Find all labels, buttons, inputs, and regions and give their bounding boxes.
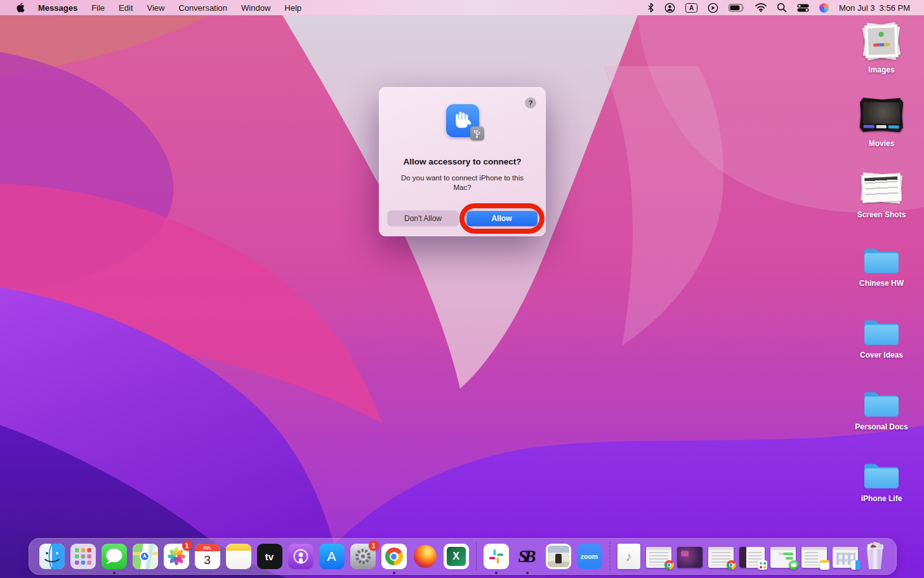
- menu-conversation[interactable]: Conversation: [171, 0, 234, 15]
- screenshot-stack-icon: [859, 169, 904, 207]
- dock-sb-app[interactable]: SB: [515, 544, 540, 569]
- input-source-indicator[interactable]: A: [680, 0, 703, 15]
- dock-maps[interactable]: [133, 544, 158, 569]
- menu-file[interactable]: File: [84, 0, 112, 15]
- bluetooth-icon[interactable]: [642, 0, 659, 15]
- accessory-connect-dialog: ?: [379, 87, 546, 236]
- apple-menu[interactable]: [8, 3, 31, 13]
- excel-glyph: X: [447, 547, 466, 566]
- dock-system-preferences[interactable]: 1: [350, 544, 376, 569]
- folder-icon: [862, 317, 901, 347]
- battery-icon[interactable]: [723, 0, 750, 15]
- desktop-icon-label: Personal Docs: [855, 422, 908, 431]
- menu-bar-clock[interactable]: Mon Jul 3 3:56 PM: [834, 0, 915, 15]
- dock-minimized-notes-window[interactable]: [802, 547, 827, 568]
- messages-badge-icon: [789, 560, 798, 570]
- calendar-day: 3: [195, 551, 220, 569]
- calendar-badge-icon: [820, 560, 829, 570]
- accessory-security-icon: [446, 104, 479, 137]
- active-app-menu[interactable]: Messages: [31, 0, 84, 15]
- apple-tv-label: tv: [265, 551, 274, 562]
- dock-excel[interactable]: X: [444, 544, 469, 569]
- menu-window[interactable]: Window: [234, 0, 277, 15]
- dock-app-store[interactable]: A: [319, 544, 345, 569]
- desktop-icon-screen-shots[interactable]: Screen Shots: [852, 169, 911, 219]
- allow-button[interactable]: Allow: [466, 211, 538, 226]
- dock-trash-full[interactable]: [864, 543, 887, 570]
- control-center-icon[interactable]: [792, 0, 814, 15]
- music-note-icon: ♪: [626, 549, 632, 564]
- spotlight-search-icon[interactable]: [772, 0, 792, 15]
- desktop-folder-personal-docs[interactable]: Personal Docs: [852, 382, 911, 431]
- dock-messages[interactable]: [102, 544, 127, 569]
- dock-finder[interactable]: [39, 544, 65, 569]
- dock-minimized-slack-window[interactable]: [739, 547, 765, 568]
- product-photo-icon: [548, 546, 569, 567]
- slack-badge-icon: [758, 560, 767, 570]
- dock-minimized-chrome-window[interactable]: [646, 547, 671, 568]
- dock-photo-app[interactable]: [546, 544, 571, 569]
- folder-icon: [862, 389, 901, 419]
- photo-stack-icon: [859, 20, 904, 62]
- dock-minimized-finder-window[interactable]: [833, 547, 858, 568]
- dock-zoom[interactable]: zoom: [577, 544, 602, 569]
- folder-icon: [862, 245, 901, 276]
- app-store-glyph: A: [327, 549, 336, 564]
- chrome-badge-icon: [664, 560, 674, 570]
- running-indicator: [495, 572, 498, 574]
- chrome-badge-icon: [727, 560, 736, 570]
- movie-stack-icon: [859, 94, 904, 136]
- notification-badge: 1: [182, 541, 192, 551]
- dialog-body-text: Do you want to connect iPhone to this Ma…: [397, 173, 528, 192]
- dock-slack[interactable]: [484, 544, 509, 569]
- desktop-icon-label: Cover Ideas: [860, 351, 903, 360]
- finder-badge-icon: [851, 560, 861, 570]
- dock-photos[interactable]: 1: [164, 544, 189, 569]
- dock-music-file[interactable]: ♪: [617, 544, 640, 569]
- usb-badge-icon: [470, 126, 484, 140]
- dock-separator-dashed: [609, 542, 610, 571]
- help-button[interactable]: ?: [525, 97, 536, 109]
- dialog-title: Allow accessory to connect?: [403, 157, 521, 166]
- sb-logo: SB: [518, 547, 532, 567]
- desktop-icon-movies[interactable]: Movies: [852, 94, 911, 148]
- menu-bar: Messages File Edit View Conversation Win…: [0, 0, 924, 15]
- dock-podcasts[interactable]: [288, 544, 314, 569]
- folder-icon: [862, 460, 901, 491]
- dock-firefox[interactable]: [412, 544, 438, 569]
- menu-edit[interactable]: Edit: [112, 0, 140, 15]
- menu-view[interactable]: View: [140, 0, 172, 15]
- wifi-icon[interactable]: [750, 0, 772, 15]
- dock-apple-tv[interactable]: tv: [257, 544, 282, 569]
- siri-icon[interactable]: [814, 0, 834, 15]
- firefox-icon: [414, 545, 437, 568]
- desktop-icon-label: Screen Shots: [857, 210, 906, 219]
- chrome-icon: [385, 548, 403, 565]
- dock-calendar[interactable]: JUL 3: [195, 544, 220, 569]
- desktop-folder-iphone-life[interactable]: iPhone Life: [852, 454, 911, 503]
- running-indicator: [526, 572, 529, 574]
- dont-allow-button[interactable]: Don't Allow: [388, 211, 459, 226]
- desktop-icon-images[interactable]: Images: [852, 20, 911, 74]
- dock-minimized-image-window[interactable]: [677, 547, 703, 568]
- now-playing-icon[interactable]: [703, 0, 723, 15]
- desktop-icon-label: Chinese HW: [859, 279, 904, 288]
- apple-logo-icon: [16, 3, 25, 13]
- desktop-folder-cover-ideas[interactable]: Cover Ideas: [852, 311, 911, 360]
- notification-badge: 1: [369, 541, 379, 551]
- running-indicator: [113, 572, 116, 574]
- menu-help[interactable]: Help: [277, 0, 308, 15]
- desktop-folder-chinese-hw[interactable]: Chinese HW: [852, 239, 911, 288]
- dock-separator: [476, 542, 477, 571]
- zoom-logo: zoom: [581, 553, 598, 560]
- dock-minimized-messages-window[interactable]: [770, 547, 796, 568]
- dock-minimized-chrome-window-2[interactable]: [708, 547, 734, 568]
- dock-chrome[interactable]: [381, 544, 407, 569]
- user-switch-icon[interactable]: [659, 0, 680, 15]
- trash-bin-icon: [866, 548, 884, 569]
- dock-notes[interactable]: [226, 544, 251, 569]
- desktop-screen: Messages File Edit View Conversation Win…: [0, 0, 924, 578]
- calendar-month: JUL: [195, 544, 220, 551]
- dock-launchpad[interactable]: [70, 544, 96, 569]
- desktop-icon-label: Images: [868, 65, 894, 74]
